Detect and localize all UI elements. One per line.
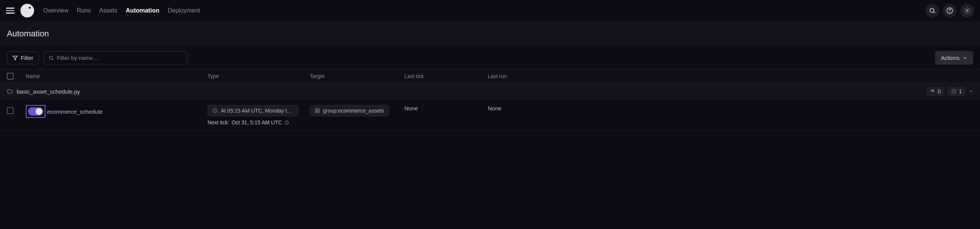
last-tick-value: None xyxy=(404,105,418,112)
svg-point-4 xyxy=(966,10,968,12)
filter-label: Filter xyxy=(21,54,33,61)
col-header-type: Type xyxy=(207,73,310,79)
next-tick-value: Oct 31, 5:15 AM UTC xyxy=(232,119,282,125)
search-icon xyxy=(48,55,54,61)
schedule-count-badge: 1 xyxy=(947,87,966,96)
sensor-icon xyxy=(930,89,935,94)
actions-label: Actions xyxy=(941,54,959,61)
svg-rect-16 xyxy=(318,111,319,113)
group-file-name: basic_asset_schedule.py xyxy=(17,88,923,95)
group-icon xyxy=(315,108,320,114)
schedule-chip[interactable]: At 05:15 AM UTC, Monday throu… xyxy=(207,105,298,116)
col-header-lasttick: Last tick xyxy=(404,73,488,79)
gear-icon xyxy=(964,7,970,14)
caret-down-icon[interactable] xyxy=(969,89,973,94)
svg-rect-14 xyxy=(318,109,319,110)
svg-line-7 xyxy=(52,59,53,60)
col-header-lastrun: Last run xyxy=(488,73,973,79)
nav-deployment[interactable]: Deployment xyxy=(168,7,200,14)
toggle-highlight xyxy=(26,105,45,118)
next-tick-label: Next tick: xyxy=(207,119,229,125)
schedule-toggle[interactable] xyxy=(28,107,43,115)
schedule-name[interactable]: ecommerce_schedule xyxy=(47,109,103,115)
svg-point-0 xyxy=(930,8,934,13)
schedule-text: At 05:15 AM UTC, Monday throu… xyxy=(221,108,293,114)
page-title: Automation xyxy=(7,29,973,38)
nav-runs[interactable]: Runs xyxy=(77,7,91,14)
filter-button[interactable]: Filter xyxy=(7,51,39,64)
logo[interactable] xyxy=(21,4,34,18)
actions-button[interactable]: Actions xyxy=(935,51,973,65)
folder-icon xyxy=(7,88,13,94)
svg-point-6 xyxy=(49,56,52,59)
clock-icon xyxy=(212,108,218,114)
filter-icon xyxy=(13,55,18,61)
menu-button[interactable] xyxy=(6,8,14,14)
clock-icon xyxy=(285,120,289,125)
svg-marker-5 xyxy=(13,56,18,60)
target-chip[interactable]: group:ecommerce_assets xyxy=(310,105,389,116)
target-text: group:ecommerce_assets xyxy=(323,108,384,114)
row-checkbox[interactable] xyxy=(7,107,14,114)
svg-rect-13 xyxy=(315,109,317,110)
svg-point-3 xyxy=(950,12,950,12)
search-input[interactable] xyxy=(57,54,183,61)
search-icon xyxy=(929,7,936,14)
clock-icon xyxy=(951,89,956,94)
nav-automation[interactable]: Automation xyxy=(126,7,159,14)
col-header-name: Name xyxy=(26,73,207,79)
svg-point-8 xyxy=(932,91,933,92)
group-row: basic_asset_schedule.py 0 1 xyxy=(0,83,980,100)
nav-assets[interactable]: Assets xyxy=(99,7,118,14)
search-container[interactable] xyxy=(43,51,188,64)
col-header-target: Target xyxy=(310,73,404,79)
sensor-count-badge: 0 xyxy=(926,87,944,96)
settings-button[interactable] xyxy=(960,4,974,18)
search-button[interactable] xyxy=(926,4,939,18)
help-icon xyxy=(946,7,953,14)
help-button[interactable] xyxy=(943,4,956,18)
svg-marker-10 xyxy=(970,91,972,93)
select-all-checkbox[interactable] xyxy=(7,73,14,80)
nav-overview[interactable]: Overview xyxy=(43,7,68,14)
table-row: ecommerce_schedule At 05:15 AM UTC, Mond… xyxy=(0,100,980,131)
chevron-down-icon xyxy=(963,56,967,60)
svg-rect-15 xyxy=(315,111,317,113)
last-run-value: None xyxy=(488,105,501,112)
svg-line-1 xyxy=(934,12,935,13)
